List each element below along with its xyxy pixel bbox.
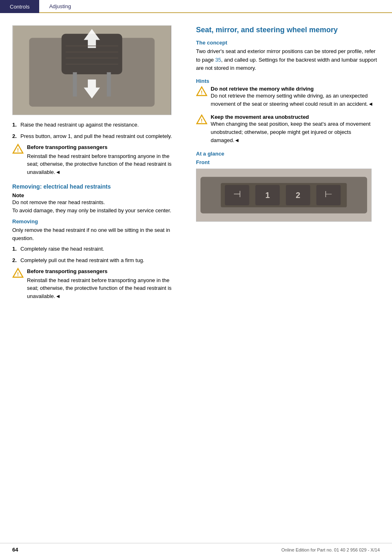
note-text-2: To avoid damage, they may only be instal… — [12, 207, 180, 215]
concept-title: The concept — [196, 40, 380, 46]
hint-1-body: Do not retrieve the memory setting while… — [211, 92, 380, 108]
hint-2-block: ! Keep the movement area unobstructed Wh… — [196, 114, 380, 145]
svg-text:2: 2 — [296, 190, 300, 199]
note-text-1: Do not remove the rear head restraints. — [12, 198, 180, 207]
svg-text:⊣: ⊣ — [233, 189, 241, 199]
hint-2-text-block: Keep the movement area unobstructed When… — [211, 114, 380, 145]
svg-text:!: ! — [201, 118, 203, 124]
page-footer: 64 Online Edition for Part no. 01 40 2 9… — [0, 543, 392, 556]
svg-text:!: ! — [17, 147, 19, 153]
hints-title: Hints — [196, 78, 380, 84]
main-content: 1. Raise the head restraint up against t… — [0, 13, 392, 311]
step-1-text: Raise the head restraint up against the … — [20, 121, 180, 129]
at-a-glance-title: At a glance — [196, 151, 380, 157]
removing-intro: Only remove the head restraint if no one… — [12, 226, 180, 242]
right-column: Seat, mirror, and steering wheel memory … — [188, 21, 392, 311]
page-link[interactable]: 35 — [215, 57, 221, 63]
step-1: 1. Raise the head restraint up against t… — [12, 121, 180, 129]
svg-text:!: ! — [17, 271, 19, 277]
hint-2-icon: ! — [196, 114, 207, 125]
hint-1-block: ! Do not retrieve the memory while drivi… — [196, 86, 380, 108]
note-label: Note — [12, 192, 180, 198]
warning-icon-1: ! — [12, 143, 24, 155]
hint-2-body: When changing the seat position, keep th… — [211, 120, 380, 145]
hint-2-title: Keep the movement area unobstructed — [211, 114, 380, 120]
section-electrical-title: Removing: electrical head restraints — [12, 183, 180, 190]
head-restraint-image — [12, 25, 172, 115]
warning-1-body: Reinstall the head restraint before tran… — [27, 152, 180, 176]
left-column: 1. Raise the head restraint up against t… — [0, 21, 188, 311]
removing-step-1: 1. Completely raise the head restraint. — [12, 245, 180, 253]
hint-1-text-block: Do not retrieve the memory while driving… — [211, 86, 380, 108]
note-block: Note Do not remove the rear head restrai… — [12, 192, 180, 214]
removing-step-2: 2. Completely pull out the head restrain… — [12, 256, 180, 265]
svg-rect-3 — [73, 72, 77, 96]
warning-box-2: ! Before transporting passengers Reinsta… — [12, 267, 180, 301]
concept-text: Two driver's seat and exterior mirror po… — [196, 47, 380, 72]
svg-text:⊢: ⊢ — [325, 189, 332, 199]
removing-step-1-num: 1. — [12, 245, 20, 253]
svg-rect-4 — [107, 72, 111, 96]
header-adjusting-tab[interactable]: Adjusting — [39, 0, 80, 13]
footer-edition-text: Online Edition for Part no. 01 40 2 956 … — [281, 547, 380, 552]
warning-1-title: Before transporting passengers — [27, 143, 180, 151]
warning-icon-2: ! — [12, 267, 24, 279]
removing-step-2-text: Completely pull out the head restraint w… — [20, 256, 180, 265]
warning-2-body: Reinstall the head restraint before tran… — [27, 276, 180, 300]
front-panel-image: ⊣ 1 2 ⊢ — [196, 169, 372, 222]
front-label: Front — [196, 159, 380, 165]
step-2-num: 2. — [12, 132, 20, 140]
page-header: Controls Adjusting — [0, 0, 392, 13]
step-1-num: 1. — [12, 121, 20, 129]
removing-step-1-text: Completely raise the head restraint. — [20, 245, 180, 253]
warning-2-title: Before transporting passengers — [27, 267, 180, 276]
adjusting-label: Adjusting — [49, 3, 71, 9]
step-2-text: Press button, arrow 1, and pull the head… — [20, 132, 180, 140]
svg-text:!: ! — [201, 89, 203, 96]
removing-label: Removing — [12, 218, 180, 225]
section-main-title: Seat, mirror, and steering wheel memory — [196, 25, 380, 35]
hint-1-icon: ! — [196, 86, 207, 97]
footer-page-number: 64 — [12, 547, 18, 553]
controls-label: Controls — [10, 4, 29, 10]
svg-text:1: 1 — [265, 190, 270, 199]
removing-step-2-num: 2. — [12, 256, 20, 265]
header-line — [81, 0, 392, 13]
step-2: 2. Press button, arrow 1, and pull the h… — [12, 132, 180, 140]
warning-1-text: Before transporting passengers Reinstall… — [27, 143, 180, 177]
warning-2-text: Before transporting passengers Reinstall… — [27, 267, 180, 301]
header-controls-tab[interactable]: Controls — [0, 0, 39, 13]
warning-box-1: ! Before transporting passengers Reinsta… — [12, 143, 180, 177]
hint-1-title: Do not retrieve the memory while driving — [211, 86, 380, 92]
